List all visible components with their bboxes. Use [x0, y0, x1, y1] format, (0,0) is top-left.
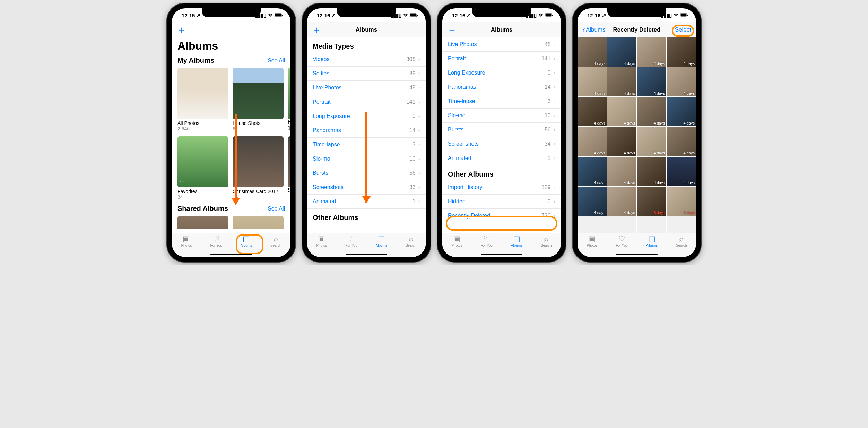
- photo-cell[interactable]: 4 days: [637, 67, 666, 96]
- album-item[interactable]: All Photos 2,646: [177, 68, 228, 131]
- photo-cell[interactable]: 4 days: [637, 157, 666, 186]
- photo-cell[interactable]: 4 days: [637, 37, 666, 67]
- list-row[interactable]: Screenshots34›: [442, 137, 561, 151]
- list-row[interactable]: Recently Deleted720›: [442, 209, 561, 223]
- days-remaining: 4 days: [684, 121, 695, 125]
- tab-albums[interactable]: ▤Albums: [241, 235, 252, 247]
- tab-foryou[interactable]: ♡For You: [616, 235, 627, 247]
- photos-icon: ▣: [453, 235, 460, 243]
- home-indicator[interactable]: [481, 254, 522, 255]
- add-button[interactable]: ＋: [177, 25, 186, 35]
- photo-cell[interactable]: 4 days: [578, 37, 607, 67]
- select-button[interactable]: Select: [675, 26, 691, 33]
- tab-search[interactable]: ⌕Search: [676, 235, 687, 247]
- chevron-right-icon: ›: [554, 112, 555, 119]
- tab-search[interactable]: ⌕Search: [541, 235, 552, 247]
- photo-cell[interactable]: 4 days: [607, 157, 636, 186]
- list-row[interactable]: Time-lapse3›: [442, 94, 561, 109]
- list-row[interactable]: Panoramas14›: [442, 80, 561, 94]
- album-item[interactable]: [177, 216, 228, 225]
- photo-cell[interactable]: 4 days: [578, 97, 607, 126]
- photo-cell[interactable]: 4 days: [607, 127, 636, 156]
- row-count: 329: [541, 184, 551, 190]
- tab-foryou[interactable]: ♡For You: [345, 235, 357, 247]
- photo-cell[interactable]: 4 days: [667, 157, 696, 186]
- photo-cell[interactable]: 4 days: [637, 127, 666, 156]
- photo-cell[interactable]: 4 days: [607, 187, 636, 216]
- albums-icon: ▤: [648, 235, 656, 243]
- row-label: Live Photos: [313, 85, 342, 91]
- nav-title: Albums: [442, 26, 561, 33]
- album-thumbnail: [233, 136, 284, 187]
- photo-cell[interactable]: 4 days: [637, 97, 666, 126]
- list-row[interactable]: Bursts56›: [442, 123, 561, 137]
- photo-cell[interactable]: 4 days: [667, 127, 696, 156]
- list-row[interactable]: Animated1›: [442, 151, 561, 165]
- search-icon: ⌕: [274, 235, 278, 243]
- tab-albums[interactable]: ▤Albums: [376, 235, 387, 247]
- photo-cell[interactable]: 3 days: [607, 216, 636, 233]
- list-row[interactable]: Portrait141›: [442, 52, 561, 66]
- photo-cell[interactable]: 4 days: [578, 157, 607, 186]
- home-indicator[interactable]: [346, 254, 387, 255]
- list-row[interactable]: Hidden0›: [442, 195, 561, 209]
- tab-search[interactable]: ⌕Search: [270, 235, 281, 247]
- photo-cell[interactable]: 3 days: [667, 216, 696, 233]
- row-label: Animated: [313, 198, 336, 205]
- photo-cell[interactable]: 3 days: [637, 187, 666, 216]
- row-label: Long Exposure: [313, 113, 350, 119]
- photo-cell[interactable]: 3 days: [578, 216, 607, 233]
- row-count: 34: [545, 141, 551, 147]
- album-thumbnail: [177, 68, 228, 119]
- home-indicator[interactable]: [210, 254, 252, 255]
- tab-albums[interactable]: ▤Albums: [646, 235, 658, 247]
- album-count: 1: [288, 125, 290, 131]
- photo-cell[interactable]: 4 days: [667, 37, 696, 67]
- list-row[interactable]: Live Photos48›: [442, 37, 561, 52]
- albums-icon: ▤: [243, 235, 250, 243]
- see-all-shared[interactable]: See All: [268, 206, 285, 212]
- photo-cell[interactable]: 4 days: [578, 67, 607, 96]
- photo-cell[interactable]: 4 days: [607, 67, 636, 96]
- search-icon: ⌕: [409, 235, 413, 243]
- photo-cell[interactable]: 3 days: [667, 187, 696, 216]
- photo-cell[interactable]: 3 days: [637, 216, 666, 233]
- photo-cell[interactable]: 4 days: [667, 97, 696, 126]
- chevron-right-icon: ›: [554, 84, 555, 90]
- tab-foryou[interactable]: ♡For You: [210, 235, 222, 247]
- row-count: 720: [541, 213, 551, 219]
- list-row[interactable]: Long Exposure0›: [442, 66, 561, 80]
- days-remaining: 4 days: [684, 151, 695, 155]
- tab-search[interactable]: ⌕Search: [406, 235, 417, 247]
- row-count: 10: [545, 112, 551, 119]
- list-row[interactable]: Live Photos48›: [307, 81, 426, 95]
- photo-cell[interactable]: 4 days: [578, 187, 607, 216]
- list-row[interactable]: Portrait141›: [307, 95, 426, 109]
- album-item[interactable]: [233, 216, 284, 225]
- photo-cell[interactable]: 4 days: [607, 37, 636, 67]
- home-indicator[interactable]: [616, 254, 658, 255]
- photo-cell[interactable]: 4 days: [607, 97, 636, 126]
- album-thumbnail: [288, 136, 290, 187]
- days-remaining: 4 days: [594, 91, 605, 95]
- tab-photos[interactable]: ▣Photos: [181, 235, 192, 247]
- list-row[interactable]: Videos308›: [307, 52, 426, 67]
- list-row[interactable]: Selfies89›: [307, 67, 426, 81]
- days-remaining: 4 days: [684, 91, 695, 95]
- chevron-right-icon: ›: [418, 113, 420, 119]
- tab-foryou[interactable]: ♡For You: [480, 235, 492, 247]
- album-item[interactable]: ♡ Favorites 34: [177, 136, 228, 200]
- list-row[interactable]: Import History329›: [442, 180, 561, 195]
- photo-cell[interactable]: 4 days: [667, 67, 696, 96]
- see-all-my-albums[interactable]: See All: [268, 58, 285, 64]
- tab-photos[interactable]: ▣Photos: [451, 235, 462, 247]
- photo-cell[interactable]: 4 days: [578, 127, 607, 156]
- tab-albums[interactable]: ▤Albums: [511, 235, 522, 247]
- album-item[interactable]: House Shots 6: [233, 68, 284, 131]
- album-item[interactable]: Christmas Card 2017 16: [233, 136, 284, 200]
- tab-photos[interactable]: ▣Photos: [587, 235, 597, 247]
- list-row[interactable]: Slo-mo10›: [442, 109, 561, 123]
- row-count: 56: [409, 170, 416, 176]
- tab-photos[interactable]: ▣Photos: [316, 235, 327, 247]
- chevron-right-icon: ›: [554, 98, 555, 104]
